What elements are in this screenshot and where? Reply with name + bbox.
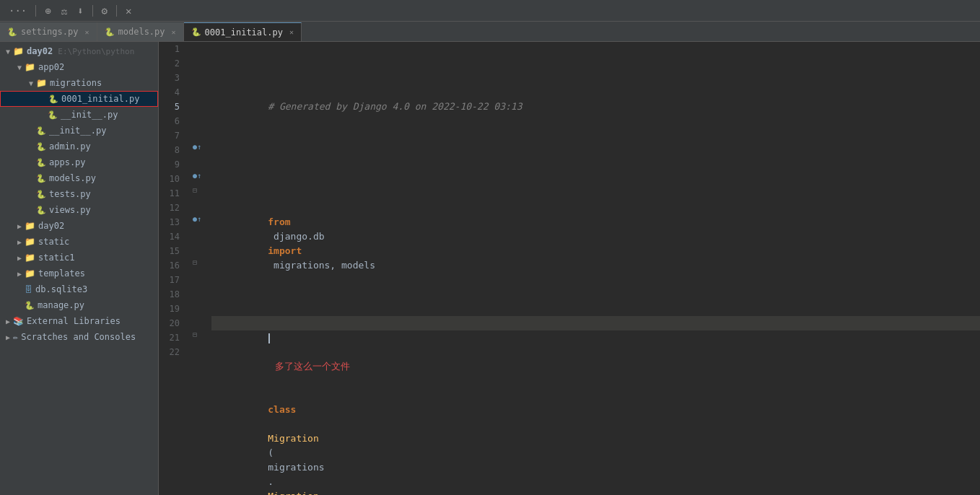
tree-item-external-libraries[interactable]: ▶ 📚 External Libraries [0, 313, 158, 329]
ln-8: 8 [159, 143, 185, 157]
ln-22: 22 [159, 345, 185, 359]
tree-item-templates[interactable]: ▶ 📁 templates [0, 266, 158, 281]
tree-item-init-migrations[interactable]: 🐍 __init__.py [0, 107, 158, 123]
tree-label-static: static [38, 237, 69, 247]
toolbar-close-icon[interactable]: ✕ [123, 4, 134, 18]
tree-item-day02-2[interactable]: ▶ 📁 day02 [0, 218, 158, 234]
tree-item-manage[interactable]: 🐍 manage.py [0, 297, 158, 313]
ln-16: 16 [159, 258, 185, 273]
line-numbers: 1 2 3 4 5 6 7 8 9 10 11 12 13 14 15 16 1… [159, 42, 191, 495]
tree-label-views: views.py [49, 205, 91, 215]
tree-label-tests: tests.py [49, 189, 91, 199]
code-container[interactable]: 1 2 3 4 5 6 7 8 9 10 11 12 13 14 15 16 1… [159, 42, 980, 495]
arrow-templates: ▶ [14, 270, 25, 278]
toolbar-settings-icon[interactable]: ⚙ [99, 4, 110, 18]
fold-marker-11[interactable]: ⊟ [193, 186, 197, 194]
tab-initial-label: 0001_initial.py [205, 27, 283, 38]
ln-12: 12 [159, 201, 185, 215]
tree-label-external-libraries: External Libraries [27, 316, 121, 326]
folder-icon-static1: 📁 [25, 253, 35, 263]
tree-label-0001-initial: 0001_initial.py [61, 94, 139, 104]
ln-3: 3 [159, 71, 185, 85]
arrow-day02-root: ▼ [3, 48, 13, 56]
tree-item-app02[interactable]: ▼ 📁 app02 [0, 59, 158, 75]
py-icon-0001-initial: 🐍 [48, 95, 58, 104]
tree-item-static[interactable]: ▶ 📁 static [0, 234, 158, 250]
toolbar-down-icon[interactable]: ⬇ [74, 4, 86, 18]
tree-label-manage: manage.py [38, 300, 84, 310]
py-icon-models: 🐍 [36, 174, 46, 183]
tab-bar: 🐍 settings.py ✕ 🐍 models.py ✕ 🐍 0001_ini… [0, 22, 980, 42]
toolbar-align-icon[interactable]: ⚖ [58, 4, 70, 18]
kw-class: class [268, 404, 296, 415]
project-sidebar: ▼ 📁 day02 E:\Python\python ▼ 📁 app02 ▼ 📁… [0, 42, 159, 495]
module-django: django.db [268, 231, 330, 242]
fold-marker-16[interactable]: ⊟ [193, 258, 197, 266]
tree-item-tests[interactable]: 🐍 tests.py [0, 186, 158, 202]
ln-11: 11 [159, 186, 185, 201]
gutter-marker-13: ●↑ [193, 215, 201, 223]
tree-item-apps[interactable]: 🐍 apps.py [0, 154, 158, 170]
tab-settings-label: settings.py [21, 27, 78, 37]
tab-initial-close[interactable]: ✕ [289, 28, 294, 36]
py-icon-init-migrations: 🐍 [48, 110, 58, 120]
tree-item-models[interactable]: 🐍 models.py [0, 170, 158, 186]
icon-scratches: ✏️ [13, 332, 18, 342]
toolbar: ··· ⊕ ⚖ ⬇ ⚙ ✕ [0, 0, 980, 22]
tab-models-close[interactable]: ✕ [172, 28, 176, 36]
tab-models[interactable]: 🐍 models.py ✕ [97, 22, 184, 41]
arrow-app02: ▼ [14, 63, 25, 71]
db-icon-sqlite3: 🗄 [25, 285, 32, 294]
tab-settings-close[interactable]: ✕ [84, 28, 89, 36]
ln-1: 1 [159, 42, 185, 56]
ln-13: 13 [159, 215, 185, 229]
tree-item-scratches[interactable]: ▶ ✏️ Scratches and Consoles [0, 329, 158, 345]
toolbar-add-icon[interactable]: ⊕ [42, 4, 53, 18]
ln-9: 9 [159, 157, 185, 172]
arrow-scratches: ▶ [3, 333, 13, 341]
fold-marker-21[interactable]: ⊟ [193, 330, 197, 338]
py-icon-init-app02: 🐍 [36, 126, 46, 136]
tree-label-static1: static1 [38, 253, 75, 263]
py-icon-tests: 🐍 [36, 190, 46, 199]
tree-item-db-sqlite3[interactable]: 🗄 db.sqlite3 [0, 281, 158, 297]
py-icon-admin: 🐍 [36, 142, 46, 152]
ln-20: 20 [159, 316, 185, 330]
tree-item-day02-root[interactable]: ▼ 📁 day02 E:\Python\python [0, 43, 158, 59]
tree-item-init-app02[interactable]: 🐍 __init__.py [0, 123, 158, 139]
tree-label-apps: apps.py [49, 157, 86, 167]
tree-item-admin[interactable]: 🐍 admin.py [0, 139, 158, 154]
editor-area: 1 2 3 4 5 6 7 8 9 10 11 12 13 14 15 16 1… [159, 42, 980, 495]
tree-label-day02-2: day02 [38, 221, 64, 231]
paren-6: ( [268, 447, 274, 458]
code-line-2 [211, 143, 980, 157]
code-line-7 [211, 432, 980, 446]
tree-label-db-sqlite3: db.sqlite3 [35, 284, 87, 294]
tab-initial[interactable]: 🐍 0001_initial.py ✕ [184, 22, 302, 41]
ln-5: 5 [159, 100, 185, 114]
code-lines[interactable]: # Generated by Django 4.0 on 2022-10-22 … [209, 42, 980, 495]
tree-item-0001-initial[interactable]: 🐍 0001_initial.py [0, 91, 158, 107]
indent-6 [268, 390, 290, 400]
tab-models-label: models.py [118, 27, 165, 37]
icon-external-libraries: 📚 [13, 316, 24, 326]
ln-21: 21 [159, 330, 185, 345]
folder-icon-app02: 📁 [25, 62, 35, 72]
space-6 [268, 419, 274, 429]
gutter: ●↑ ●↑ ●↑ ⊟ ⊟ ⊟ [191, 42, 209, 495]
dot-6: . [268, 476, 274, 487]
folder-icon-migrations: 📁 [36, 78, 47, 88]
tab-settings[interactable]: 🐍 settings.py ✕ [0, 22, 97, 41]
tab-settings-icon: 🐍 [7, 27, 17, 37]
tree-label-init-app02: __init__.py [49, 126, 106, 136]
folder-icon-day02-2: 📁 [25, 221, 35, 231]
tree-item-views[interactable]: 🐍 views.py [0, 202, 158, 218]
toolbar-dots[interactable]: ··· [6, 4, 30, 18]
gutter-marker-8: ●↑ [193, 143, 201, 151]
tree-label-templates: templates [38, 268, 85, 279]
ln-7: 7 [159, 128, 185, 143]
tree-item-static1[interactable]: ▶ 📁 static1 [0, 250, 158, 266]
tree-item-migrations[interactable]: ▼ 📁 migrations [0, 75, 158, 91]
tree-label-admin: admin.py [49, 141, 91, 152]
tree-label-scratches: Scratches and Consoles [21, 332, 136, 342]
